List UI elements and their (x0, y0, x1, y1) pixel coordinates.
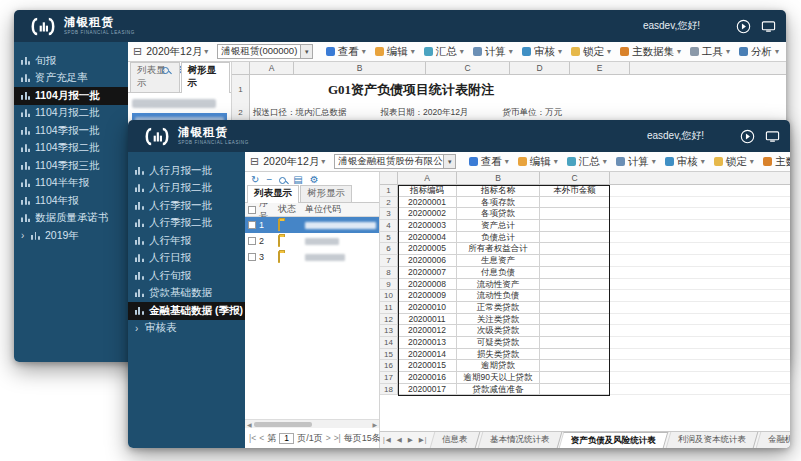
indicator-code-cell[interactable]: 20200001 (398, 197, 457, 209)
sidebar-item[interactable]: › 人行旬报 (128, 267, 245, 285)
indicator-name-cell[interactable]: 次级类贷款 (457, 325, 540, 337)
row-number[interactable]: 18 (380, 384, 398, 396)
amount-cell[interactable] (540, 220, 610, 232)
search-icon[interactable] (162, 67, 169, 74)
toolbar-button[interactable]: 主数据集 ▾ (758, 155, 790, 169)
panel-tab[interactable]: 树形显示 (181, 62, 231, 93)
indicator-code-cell[interactable]: 20200015 (398, 360, 457, 372)
sidebar-item[interactable]: › 金融基础数据 (季报) (128, 302, 245, 320)
col-D[interactable]: D (510, 62, 570, 74)
indicator-code-cell[interactable]: 20200005 (398, 243, 457, 255)
toolbar-button[interactable]: 编辑 ▾ (370, 45, 419, 59)
org-selector[interactable]: 浦银租赁(000000) ▾ (217, 44, 313, 59)
toolbar-button[interactable]: 锁定 ▾ (709, 155, 758, 169)
indicator-code-cell[interactable]: 20200017 (398, 384, 457, 396)
sidebar-item[interactable]: › 1104季报三批 (14, 157, 128, 175)
sidebar-item[interactable]: › 人行月报二批 (128, 180, 245, 198)
sidebar-item[interactable]: › 1104月报二批 (14, 105, 128, 123)
horizontal-scrollbar[interactable]: ◀ ▶ (245, 419, 379, 428)
sheet-tab[interactable]: 基本情况统计表 (478, 432, 562, 448)
panel-tab[interactable]: 树形显示 (300, 185, 352, 202)
indicator-code-cell[interactable]: 20200007 (398, 267, 457, 279)
toolbar-button[interactable]: 审核 ▾ (517, 45, 566, 59)
indicator-name-cell[interactable]: 正常类贷款 (457, 302, 540, 314)
sheet-nav-first-icon[interactable]: |◀ (383, 436, 392, 444)
amount-cell[interactable] (540, 302, 610, 314)
row-number[interactable]: 6 (380, 243, 398, 255)
indicator-name-cell[interactable]: 逾期贷款 (457, 360, 540, 372)
sidebar-item[interactable]: › 人行季报二批 (128, 215, 245, 233)
toolbar-button[interactable]: 计算 ▾ (611, 155, 660, 169)
sidebar-item[interactable]: › 旬报 (14, 52, 128, 70)
row-number[interactable]: 16 (380, 360, 398, 372)
row-number[interactable]: 8 (380, 267, 398, 279)
collapse-sidebar-icon[interactable]: ⊟ (133, 45, 142, 58)
indicator-name-cell[interactable]: 负债总计 (457, 232, 540, 244)
row-number[interactable]: 3 (380, 208, 398, 220)
row-number[interactable]: 15 (380, 349, 398, 361)
indicator-name-cell[interactable]: 损失类贷款 (457, 349, 540, 361)
sidebar-item[interactable]: › 1104季报二批 (14, 140, 128, 158)
indicator-name-cell[interactable]: 所有者权益合计 (457, 243, 540, 255)
unit-list-row[interactable]: 1 (245, 217, 379, 233)
row-checkbox[interactable] (248, 253, 256, 261)
row-number[interactable]: 12 (380, 314, 398, 326)
sidebar-item[interactable]: › 贷款基础数据 (128, 285, 245, 303)
next-page-button[interactable]: > (326, 433, 331, 443)
sidebar-item[interactable]: › 1104季报一批 (14, 122, 128, 140)
row-number[interactable]: 1 (232, 75, 250, 105)
row-number[interactable]: 2 (232, 105, 250, 120)
indicator-name-cell[interactable]: 贷款减值准备 (457, 384, 540, 396)
amount-cell[interactable] (540, 349, 610, 361)
tree-item-masked[interactable] (132, 99, 216, 108)
sidebar-item[interactable]: › 人行日报 (128, 250, 245, 268)
last-page-button[interactable]: >| (334, 433, 341, 443)
row-number[interactable]: 5 (380, 232, 398, 244)
col-A[interactable]: A (398, 172, 457, 184)
row-number[interactable]: 2 (380, 197, 398, 209)
header-指标编码[interactable]: 指标编码 (398, 185, 457, 197)
scrollbar-thumb[interactable] (254, 422, 312, 427)
sidebar-item[interactable]: › 数据质量承诺书 (14, 210, 128, 228)
header-本外币金额[interactable]: 本外币金额 (540, 185, 610, 197)
toolbar-button[interactable]: 工具 ▾ (685, 45, 734, 59)
indicator-name-cell[interactable]: 各项贷款 (457, 208, 540, 220)
toolbar-button[interactable]: 汇总 ▾ (562, 155, 611, 169)
amount-cell[interactable] (540, 255, 610, 267)
amount-cell[interactable] (540, 279, 610, 291)
panel-tab[interactable]: 列表显示 (247, 185, 299, 203)
toolbar-button[interactable]: 分析 ▾ (734, 45, 783, 59)
col-C[interactable]: C (426, 62, 510, 74)
settings-gear-icon[interactable]: ⚙ (310, 175, 319, 185)
indicator-code-cell[interactable]: 20200010 (398, 302, 457, 314)
indicator-code-cell[interactable]: 20200016 (398, 372, 457, 384)
indicator-code-cell[interactable]: 20200006 (398, 255, 457, 267)
play-circle-icon[interactable] (736, 19, 751, 34)
select-all-checkbox[interactable] (248, 206, 256, 214)
indicator-code-cell[interactable]: 20200012 (398, 325, 457, 337)
sidebar-item[interactable]: › 2019年 (14, 227, 128, 245)
export-icon[interactable]: ▤ (293, 175, 302, 185)
sidebar-item[interactable]: › 1104年报 (14, 192, 128, 210)
amount-cell[interactable] (540, 337, 610, 349)
amount-cell[interactable] (540, 384, 610, 396)
toolbar-button[interactable]: 汇总 ▾ (419, 45, 468, 59)
col-C[interactable]: C (540, 172, 610, 184)
col-B[interactable]: B (457, 172, 540, 184)
indicator-name-cell[interactable]: 流动性负债 (457, 290, 540, 302)
toolbar-button[interactable]: 主数据集 ▾ (615, 45, 685, 59)
indicator-name-cell[interactable]: 生息资产 (457, 255, 540, 267)
sheet-nav-prev-icon[interactable]: ◀ (397, 436, 403, 444)
toolbar-button[interactable]: 审核 ▾ (660, 155, 709, 169)
toolbar-button[interactable]: 编辑 ▾ (513, 155, 562, 169)
row-number[interactable]: 14 (380, 337, 398, 349)
indicator-name-cell[interactable]: 各项存款 (457, 197, 540, 209)
toolbar-button[interactable]: 查看 ▾ (464, 155, 513, 169)
row-checkbox[interactable] (248, 221, 256, 229)
indicator-name-cell[interactable]: 付息负债 (457, 267, 540, 279)
amount-cell[interactable] (540, 372, 610, 384)
row-number[interactable]: 9 (380, 279, 398, 291)
period-selector[interactable]: 2020年12月 ▾ (146, 45, 208, 59)
scroll-right-icon[interactable]: ▶ (372, 421, 377, 428)
row-checkbox[interactable] (248, 237, 256, 245)
